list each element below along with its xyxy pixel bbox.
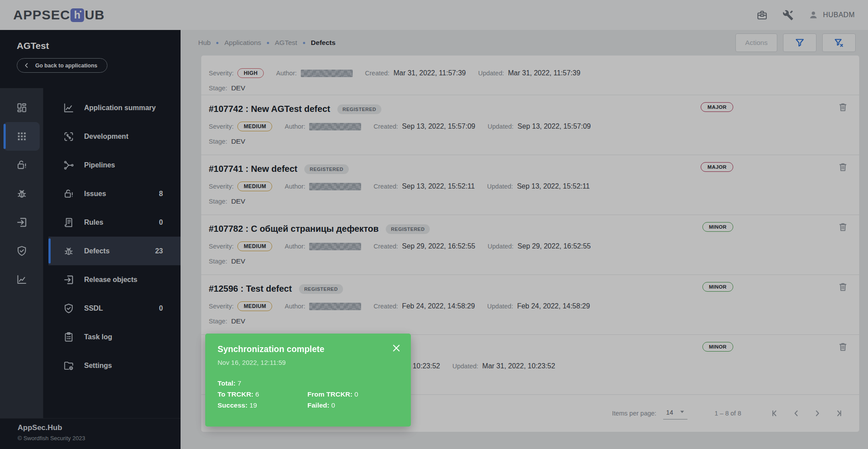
rail-item-applications[interactable] [4,122,40,151]
priority-badge: MINOR [702,342,733,352]
author-blurred [309,243,361,250]
rail-item-defects[interactable] [0,179,43,208]
rail-item-release-objects[interactable] [0,208,43,237]
previous-page-button[interactable] [791,408,801,418]
rail-item-reports[interactable] [0,265,43,294]
defect-row: #107782 : С общей страницы дефектовREGIS… [201,215,859,275]
updated-value: Sep 13, 2022, 15:57:09 [517,122,591,130]
updated-value: Mar 31, 2022, 11:57:39 [508,69,580,77]
sidebar-item-development[interactable]: Development [43,122,181,151]
clear-filter-button[interactable] [822,33,856,52]
sidebar-menu: Application summaryDevelopmentPipelinesI… [43,88,181,418]
created-value: Mar 31, 2022, 11:57:39 [393,69,465,77]
sidebar-item-rules[interactable]: Rules0 [43,208,181,237]
sidebar: AGTest Go back to applications Applicati… [0,30,181,449]
toolbox-icon[interactable] [756,9,768,21]
filter-button[interactable] [783,33,816,52]
severity-badge: MEDIUM [237,301,272,311]
sidebar-item-issues[interactable]: Issues8 [43,179,181,208]
sidebar-item-label: Issues [84,190,106,198]
exit-icon [63,274,74,286]
created-label: Created: [373,123,398,130]
delete-defect-button[interactable] [837,281,849,293]
sidebar-footer: AppSec.Hub © Swordfish Security 2023 [0,418,181,449]
author-blurred [309,123,361,130]
shield-check-icon [16,245,28,257]
footer-brand: AppSec.Hub [18,423,181,432]
bug-icon [16,188,28,200]
updated-label: Updated: [478,70,504,77]
delete-defect-button[interactable] [837,341,849,353]
sidebar-item-defects[interactable]: Defects23 [48,237,181,265]
stage-label: Stage: [209,198,227,205]
toast-stats: Total: 7To TRCKR: 6From TRCKR: 0Success:… [218,378,399,411]
sidebar-item-label: Release objects [84,276,137,284]
go-back-button[interactable]: Go back to applications [17,58,107,73]
author-blurred [301,70,353,77]
severity-label: Severity: [209,123,233,130]
breadcrumb-item-agtest[interactable]: AGTest [275,39,297,47]
rail-item-ssdl[interactable] [0,237,43,265]
tools-icon[interactable] [782,9,794,21]
breadcrumb-current: Defects [311,39,336,47]
toast-stat-failed: Failed: 0 [307,400,335,411]
breadcrumb-item-hub[interactable]: Hub [198,39,211,47]
updated-value: Feb 24, 2022, 14:58:29 [517,302,590,310]
sidebar-item-settings[interactable]: Settings [43,351,181,380]
defect-title[interactable]: #107742 : New AGTest defect [209,104,330,114]
rail-item-dashboard[interactable] [0,93,43,122]
sync-toast: Synchronization complete Nov 16, 2022, 1… [205,334,411,427]
author-label: Author: [284,303,305,310]
sidebar-item-label: Rules [84,219,103,226]
actions-button[interactable]: Actions [735,33,777,52]
created-value: Sep 29, 2022, 16:52:55 [402,242,475,250]
footer-copyright: © Swordfish Security 2023 [18,435,181,442]
last-page-button[interactable] [834,408,843,418]
items-per-page-select[interactable]: 14 [663,407,687,419]
breadcrumb-separator-dot [216,42,218,44]
sidebar-item-count: 8 [159,190,163,198]
next-page-button[interactable] [813,408,822,418]
toast-close-button[interactable] [392,343,401,353]
breadcrumb-item-applications[interactable]: Applications [224,39,261,47]
stage-label: Stage: [209,258,227,265]
delete-defect-button[interactable] [837,161,849,173]
breadcrumb-separator-dot [303,42,305,44]
sidebar-item-application-summary[interactable]: Application summary [43,93,181,122]
updated-label: Updated: [487,183,513,190]
sidebar-item-release-objects[interactable]: Release objects [43,265,181,294]
toast-stat-success: Success: 19 [218,400,307,411]
severity-label: Severity: [209,183,233,190]
sidebar-item-pipelines[interactable]: Pipelines [43,151,181,179]
lock-alert-icon [63,188,74,200]
chevron-left-nav-icon [791,408,801,418]
defect-row: #12596 : Test defectREGISTEREDSeverity:M… [201,275,859,335]
stage-value: DEV [231,257,245,265]
status-badge: REGISTERED [386,224,430,234]
chart-icon [16,274,28,286]
exit-icon [16,216,28,228]
rail-item-issues[interactable] [0,151,43,179]
user-menu[interactable]: HUBADM [808,10,855,20]
line-chart-icon [63,102,74,114]
delete-defect-button[interactable] [837,101,849,113]
defect-row: Severity:HIGHAuthor:Created:Mar 31, 2022… [201,56,859,95]
trash-icon [837,281,849,293]
stage-value: DEV [231,317,245,325]
sidebar-item-label: Defects [84,247,110,255]
first-page-button[interactable] [770,408,780,418]
defect-title[interactable]: #107782 : С общей страницы дефектов [209,224,379,234]
toast-stat-total: Total: 7 [218,378,307,389]
chevron-right-nav-icon [813,408,822,418]
defect-title[interactable]: #107741 : New defect [209,164,297,174]
toast-timestamp: Nov 16, 2022, 12:11:59 [218,359,399,366]
delete-defect-button[interactable] [837,221,849,233]
last-page-icon [834,408,843,418]
author-blurred [309,183,361,190]
sidebar-item-task-log[interactable]: Task log [43,323,181,351]
toast-stat-from-trckr: From TRCKR: 0 [307,389,358,400]
icon-rail [0,88,43,418]
page-range: 1 – 8 of 8 [715,410,741,417]
sidebar-item-ssdl[interactable]: SSDL0 [43,294,181,323]
defect-title[interactable]: #12596 : Test defect [209,284,292,294]
